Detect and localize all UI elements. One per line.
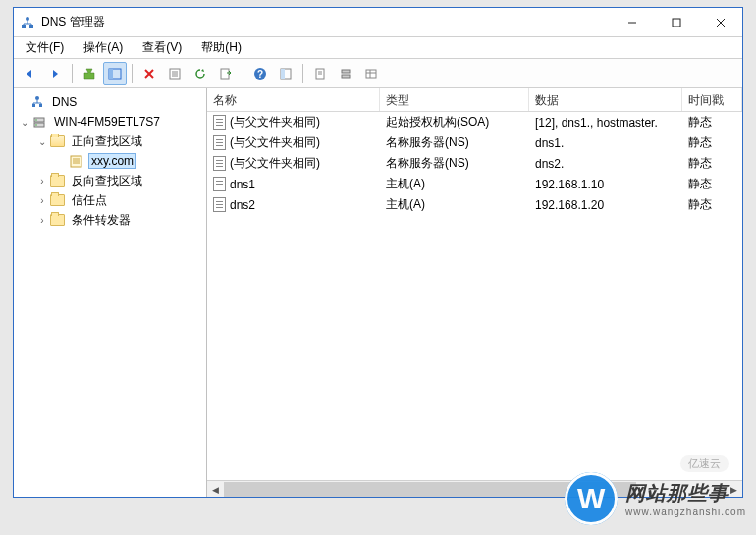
tree-conditional-forwarders[interactable]: › 条件转发器 bbox=[14, 210, 206, 230]
export-button[interactable] bbox=[214, 62, 238, 85]
record-icon bbox=[213, 115, 226, 130]
up-button[interactable] bbox=[78, 62, 101, 85]
tree-server[interactable]: ⌄ WIN-4FM59ETL7S7 bbox=[14, 112, 206, 132]
record-timestamp: 静态 bbox=[682, 134, 742, 151]
expand-icon[interactable]: › bbox=[35, 195, 49, 206]
dns-icon bbox=[29, 94, 45, 110]
col-timestamp[interactable]: 时间戳 bbox=[682, 88, 742, 111]
expand-icon[interactable]: › bbox=[35, 176, 49, 187]
col-data[interactable]: 数据 bbox=[529, 88, 682, 111]
menu-view[interactable]: 查看(V) bbox=[135, 37, 189, 58]
menu-file[interactable]: 文件(F) bbox=[18, 37, 72, 58]
collapse-icon[interactable]: ⌄ bbox=[35, 136, 49, 147]
show-hide-tree-button[interactable] bbox=[103, 62, 127, 85]
server-button[interactable] bbox=[334, 62, 357, 85]
record-name: dns2 bbox=[230, 198, 255, 212]
refresh-button[interactable] bbox=[189, 62, 212, 85]
horizontal-scrollbar[interactable]: ◀ ▶ bbox=[207, 480, 742, 497]
scroll-thumb[interactable] bbox=[224, 482, 636, 497]
dns-manager-window: DNS 管理器 文件(F) 操作(A) 查看(V) 帮助(H) ? bbox=[13, 7, 743, 498]
svg-point-0 bbox=[26, 17, 29, 21]
record-name: (与父文件夹相同) bbox=[230, 114, 320, 131]
record-row[interactable]: (与父文件夹相同)起始授权机构(SOA)[12], dns1., hostmas… bbox=[207, 112, 742, 133]
record-row[interactable]: dns1主机(A)192.168.1.10静态 bbox=[207, 174, 742, 194]
column-headers: 名称 类型 数据 时间戳 bbox=[207, 88, 742, 112]
properties-button[interactable] bbox=[163, 62, 187, 85]
tree-server-label: WIN-4FM59ETL7S7 bbox=[51, 114, 163, 130]
delete-button[interactable] bbox=[137, 62, 161, 85]
tree-trust-label: 信任点 bbox=[69, 191, 110, 210]
svg-rect-24 bbox=[342, 75, 350, 78]
svg-rect-30 bbox=[39, 104, 42, 107]
col-name[interactable]: 名称 bbox=[207, 88, 380, 111]
svg-rect-4 bbox=[673, 19, 680, 27]
record-timestamp: 静态 bbox=[682, 176, 742, 192]
app-icon bbox=[20, 15, 35, 30]
title-bar[interactable]: DNS 管理器 bbox=[14, 8, 742, 37]
tree-forward-zones[interactable]: ⌄ 正向查找区域 bbox=[14, 132, 206, 151]
tree-zone-xxy[interactable]: xxy.com bbox=[14, 151, 206, 171]
record-row[interactable]: (与父文件夹相同)名称服务器(NS)dns1.静态 bbox=[207, 133, 742, 153]
toolbar-separator bbox=[132, 64, 133, 83]
toolbar-separator bbox=[72, 64, 73, 83]
svg-text:?: ? bbox=[257, 69, 263, 80]
folder-icon bbox=[49, 173, 65, 188]
svg-rect-19 bbox=[281, 69, 285, 79]
record-timestamp: 静态 bbox=[682, 196, 742, 213]
toolbar: ? bbox=[14, 59, 742, 88]
folder-icon bbox=[49, 192, 65, 208]
record-row[interactable]: (与父文件夹相同)名称服务器(NS)dns2.静态 bbox=[207, 153, 742, 174]
close-button[interactable] bbox=[698, 8, 742, 36]
tree-cond-label: 条件转发器 bbox=[69, 211, 134, 230]
scroll-left-icon[interactable]: ◀ bbox=[207, 481, 224, 498]
record-type: 名称服务器(NS) bbox=[380, 155, 529, 172]
record-data: 192.168.1.10 bbox=[529, 178, 682, 191]
record-data: dns1. bbox=[529, 136, 682, 150]
svg-rect-8 bbox=[109, 69, 113, 79]
expand-icon[interactable]: › bbox=[35, 215, 49, 226]
menu-action[interactable]: 操作(A) bbox=[76, 37, 131, 58]
help-button[interactable]: ? bbox=[248, 62, 272, 85]
folder-icon bbox=[49, 212, 65, 228]
zone-icon bbox=[69, 153, 84, 169]
maximize-button[interactable] bbox=[654, 8, 698, 36]
options-button[interactable] bbox=[359, 62, 383, 85]
svg-point-34 bbox=[35, 124, 37, 126]
collapse-icon[interactable]: ⌄ bbox=[18, 117, 31, 128]
svg-rect-1 bbox=[22, 25, 26, 28]
menu-help[interactable]: 帮助(H) bbox=[193, 37, 249, 58]
tree-pane[interactable]: DNS ⌄ WIN-4FM59ETL7S7 ⌄ 正向查找区域 xxy.com ›… bbox=[14, 88, 207, 497]
forward-button[interactable] bbox=[43, 62, 67, 85]
record-type: 起始授权机构(SOA) bbox=[380, 114, 529, 131]
menu-bar: 文件(F) 操作(A) 查看(V) 帮助(H) bbox=[14, 37, 742, 59]
record-icon bbox=[213, 197, 226, 212]
svg-point-28 bbox=[35, 96, 39, 100]
window-title: DNS 管理器 bbox=[41, 14, 610, 30]
minimize-button[interactable] bbox=[610, 8, 654, 36]
filter-button[interactable] bbox=[308, 62, 332, 85]
tree-root-dns[interactable]: DNS bbox=[14, 92, 206, 112]
record-data: 192.168.1.20 bbox=[529, 198, 682, 212]
svg-rect-15 bbox=[221, 69, 229, 79]
tree-reverse-zones[interactable]: › 反向查找区域 bbox=[14, 171, 206, 190]
record-type: 主机(A) bbox=[380, 176, 529, 192]
record-icon bbox=[213, 135, 226, 150]
toolbar-separator bbox=[302, 64, 303, 83]
tree-forward-label: 正向查找区域 bbox=[69, 133, 145, 151]
record-type: 主机(A) bbox=[380, 196, 529, 213]
record-data: [12], dns1., hostmaster. bbox=[529, 116, 682, 130]
back-button[interactable] bbox=[18, 62, 41, 85]
tree-trust-points[interactable]: › 信任点 bbox=[14, 190, 206, 210]
record-icon bbox=[213, 156, 226, 171]
scroll-right-icon[interactable]: ▶ bbox=[726, 481, 742, 498]
record-rows[interactable]: (与父文件夹相同)起始授权机构(SOA)[12], dns1., hostmas… bbox=[207, 112, 742, 480]
list-pane: 名称 类型 数据 时间戳 (与父文件夹相同)起始授权机构(SOA)[12], d… bbox=[207, 88, 742, 497]
col-type[interactable]: 类型 bbox=[380, 88, 529, 111]
toolbar-separator bbox=[243, 64, 243, 83]
watermark-text-small: www.wangzhanshi.com bbox=[625, 507, 746, 517]
record-row[interactable]: dns2主机(A)192.168.1.20静态 bbox=[207, 194, 742, 215]
new-record-button[interactable] bbox=[274, 62, 297, 85]
record-timestamp: 静态 bbox=[682, 114, 742, 131]
content-body: DNS ⌄ WIN-4FM59ETL7S7 ⌄ 正向查找区域 xxy.com ›… bbox=[14, 88, 742, 497]
svg-rect-23 bbox=[342, 70, 350, 73]
